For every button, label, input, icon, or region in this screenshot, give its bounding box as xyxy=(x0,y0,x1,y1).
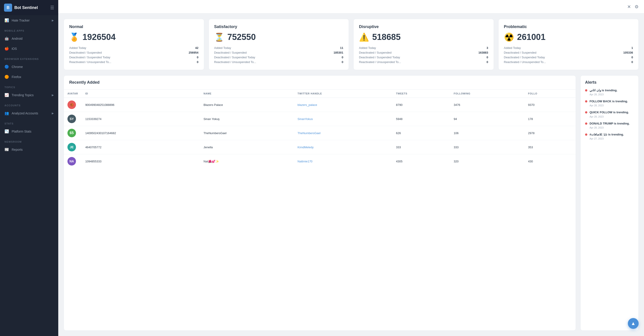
stat-icon-satisfactory: ⏳ xyxy=(214,33,224,42)
stat-title-satisfactory: Satisfactory xyxy=(214,25,344,29)
row-name: TheNumbersGael xyxy=(200,126,294,140)
stat-deactivated-disruptive: Deactivated / Suspended 163883 xyxy=(359,50,488,55)
sidebar-item-android[interactable]: 🤖 Android xyxy=(0,34,58,44)
stat-number-disruptive: 518685 xyxy=(372,32,401,42)
stat-reactivated-problematic: Reactivated / Unsuspended To... 0 xyxy=(504,60,633,64)
row-handle[interactable]: KimdMeledy xyxy=(294,140,392,154)
sidebar-item-label: Firefox xyxy=(12,75,21,79)
chrome-icon: 🔵 xyxy=(4,65,9,69)
stat-main-disruptive: ⚠️ 518685 xyxy=(359,32,488,42)
stat-title-problematic: Problematic xyxy=(504,25,633,29)
brand-name: Bot Sentinel xyxy=(14,6,38,10)
alert-date: Apr 28, 2023 xyxy=(590,104,628,107)
alert-text: وان اثاني is trending. xyxy=(590,88,617,92)
sidebar-item-hate-tracker[interactable]: 📊 Hate Tracker ▶ xyxy=(0,15,58,25)
fab-button[interactable]: ▲ xyxy=(628,318,638,329)
settings-icon[interactable]: ⚙ xyxy=(634,4,638,10)
alert-date: Apr 27, 2023 xyxy=(590,137,624,140)
close-icon[interactable]: ✕ xyxy=(627,4,631,10)
analyzed-accounts-icon: 👥 xyxy=(4,111,9,115)
stat-icon-problematic: ☢️ xyxy=(504,33,514,42)
stat-icon-normal: 🏅 xyxy=(69,33,79,42)
stat-deactivated-problematic: Deactivated / Suspended 105336 xyxy=(504,50,633,55)
sidebar-item-ios[interactable]: 🍎 iOS xyxy=(0,44,58,54)
alert-dot xyxy=(585,89,587,92)
row-followers: 353 xyxy=(524,140,576,154)
stat-added-today-satisfactory: Added Today 11 xyxy=(214,46,344,50)
content-area: Normal 🏅 1926504 Added Today 42 Deactiva… xyxy=(58,14,644,336)
hamburger-icon[interactable]: ☰ xyxy=(50,5,54,10)
row-handle[interactable]: SinanYokus xyxy=(294,112,392,126)
table-row: JE 4640705772 Jenella KimdMeledy 333 333… xyxy=(64,140,576,154)
arrow-icon: ▶ xyxy=(52,94,54,97)
stat-main-problematic: ☢️ 261001 xyxy=(504,32,633,42)
sidebar-item-firefox[interactable]: 🟠 Firefox xyxy=(0,72,58,82)
sidebar-section-section-newsroom: NEWSROOM xyxy=(0,136,58,144)
sidebar-item-platform-stats[interactable]: 📉 Platform Stats xyxy=(0,126,58,136)
row-followers: 2978 xyxy=(524,126,576,140)
row-id: 1153339274 xyxy=(82,112,200,126)
row-id: 1094855333 xyxy=(82,154,200,168)
alert-dot xyxy=(585,100,587,103)
col-header-twitter-handle: TWITTER HANDLE xyxy=(294,90,392,98)
alerts-panel: Alerts وان اثاني is trending. Apr 28, 20… xyxy=(580,75,638,330)
stat-title-normal: Normal xyxy=(69,25,198,29)
arrow-icon: ▶ xyxy=(52,112,54,115)
avatar-cell: 🏀 xyxy=(64,98,82,112)
sidebar-item-chrome[interactable]: 🔵 Chrome xyxy=(0,62,58,72)
stat-reactivated-normal: Reactivated / Unsuspended To... 0 xyxy=(69,60,198,64)
col-header-following: FOLLOWING xyxy=(450,90,524,98)
col-header-name: NAME xyxy=(200,90,294,98)
avatar-cell: 65 xyxy=(64,126,82,140)
avatar: SY xyxy=(68,115,76,123)
sidebar-item-trending-topics[interactable]: 📈 Trending Topics ▶ xyxy=(0,90,58,100)
main-area: ✕ ⚙ Normal 🏅 1926504 Added Today 42 Deac… xyxy=(58,0,644,336)
avatar: NA xyxy=(68,157,76,166)
stat-added-today-problematic: Added Today 1 xyxy=(504,46,633,50)
alerts-title: Alerts xyxy=(585,80,634,85)
row-id: 1409502430107164682 xyxy=(82,126,200,140)
stat-deactivated-today-disruptive: Deactivated / Suspended Today 0 xyxy=(359,55,488,60)
col-header-follo: FOLLO xyxy=(524,90,576,98)
col-header-tweets: TWEETS xyxy=(392,90,450,98)
sidebar-item-analyzed-accounts[interactable]: 👥 Analyzed Accounts ▶ xyxy=(0,108,58,118)
sidebar-header: B Bot Sentinel ☰ xyxy=(0,0,58,15)
trending-topics-icon: 📈 xyxy=(4,93,9,97)
sidebar-section-section-mobile: MOBILE APPS xyxy=(0,25,58,34)
row-id: 900499048251088896 xyxy=(82,98,200,112)
sidebar-item-label: Platform Stats xyxy=(12,130,31,133)
sidebar-item-reports[interactable]: 📰 Reports xyxy=(0,144,58,155)
alert-item-2: QUICK FOLLOW is trending. Apr 28, 2023 xyxy=(585,110,634,118)
row-following: 3476 xyxy=(450,98,524,112)
sidebar-section-section-topics: TOPICS xyxy=(0,82,58,90)
row-handle[interactable]: Nattmie170 xyxy=(294,154,392,168)
row-followers: 430 xyxy=(524,154,576,168)
row-handle[interactable]: TheNumbersGael xyxy=(294,126,392,140)
sidebar-section-section-accounts: ACCOUNTS xyxy=(0,100,58,108)
alert-date: Apr 28, 2023 xyxy=(590,115,629,118)
alert-item-0: وان اثاني is trending. Apr 28, 2023 xyxy=(585,88,634,96)
stat-deactivated-today-problematic: Deactivated / Suspended Today 0 xyxy=(504,55,633,60)
sidebar: B Bot Sentinel ☰ 📊 Hate Tracker ▶ MOBILE… xyxy=(0,0,58,336)
sidebar-item-label: iOS xyxy=(12,47,17,51)
alert-date: Apr 28, 2023 xyxy=(590,93,617,96)
table-row: 65 1409502430107164682 TheNumbersGael Th… xyxy=(64,126,576,140)
sidebar-section-section-browser: BROWSER EXTENSIONS xyxy=(0,54,58,62)
android-icon: 🤖 xyxy=(4,36,9,41)
stat-added-today-normal: Added Today 42 xyxy=(69,46,198,50)
row-followers: 178 xyxy=(524,112,576,126)
stat-deactivated-today-satisfactory: Deactivated / Suspended Today 0 xyxy=(214,55,344,60)
firefox-icon: 🟠 xyxy=(4,75,9,79)
row-tweets: 8790 xyxy=(392,98,450,112)
row-handle[interactable]: blazers_palace xyxy=(294,98,392,112)
row-name: Nat🌺💕✨ xyxy=(200,154,294,168)
col-header-id: ID xyxy=(82,90,200,98)
sidebar-nav: 📊 Hate Tracker ▶ MOBILE APPS 🤖 Android 🍎… xyxy=(0,15,58,155)
row-following: 333 xyxy=(450,140,524,154)
alert-content: DONALD TRUMP is trending. Apr 28, 2023 xyxy=(590,122,630,129)
row-following: 320 xyxy=(450,154,524,168)
stats-row: Normal 🏅 1926504 Added Today 42 Deactiva… xyxy=(64,19,638,70)
alert-text: FOLLOW BACK is trending. xyxy=(590,99,628,103)
avatar-cell: NA xyxy=(64,154,82,168)
sidebar-item-label: Android xyxy=(12,37,22,40)
